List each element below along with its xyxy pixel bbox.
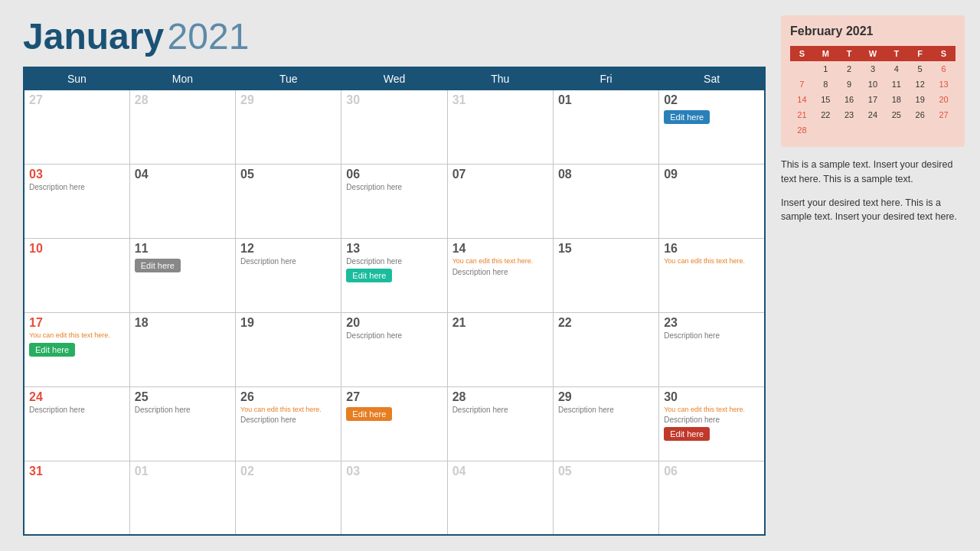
mini-cal-row: 14151617181920 xyxy=(790,92,956,107)
cell-description: Description here xyxy=(664,331,760,340)
mini-cal-day-header: F xyxy=(908,46,932,61)
calendar-cell: 19 xyxy=(236,312,341,386)
cell-description: Description here xyxy=(664,416,760,424)
mini-cal-row: 78910111213 xyxy=(790,77,956,92)
calendar-cell: 03Description here xyxy=(24,164,129,238)
mini-cal-cell: 8 xyxy=(814,77,838,92)
event-button[interactable]: Edit here xyxy=(346,407,392,421)
mini-cal-day-header: W xyxy=(861,46,885,61)
cell-number: 14 xyxy=(452,242,548,256)
cell-number: 16 xyxy=(664,242,760,256)
calendar-day-header: Wed xyxy=(341,67,447,90)
mini-cal-cell: 3 xyxy=(861,61,885,77)
cell-number: 05 xyxy=(240,168,336,181)
cell-number: 02 xyxy=(664,93,760,107)
cell-number: 29 xyxy=(240,93,336,107)
sidebar-text: This is a sample text. Insert your desir… xyxy=(781,158,965,224)
mini-cal-cell: 22 xyxy=(814,107,838,122)
cell-number: 30 xyxy=(346,93,442,107)
mini-cal-cell: 21 xyxy=(790,107,814,122)
calendar-cell: 13Description hereEdit here xyxy=(341,238,447,312)
mini-cal-cell: 12 xyxy=(908,77,932,92)
cell-description: Description here xyxy=(240,416,336,424)
mini-cal-cell: 28 xyxy=(790,122,814,138)
calendar-cell: 14You can edit this text here.Descriptio… xyxy=(447,238,553,312)
cell-description: Description here xyxy=(346,331,442,340)
calendar-cell: 04 xyxy=(447,461,553,535)
calendar-cell: 06 xyxy=(659,461,765,535)
cell-note: You can edit this text here. xyxy=(452,257,548,266)
cell-number: 25 xyxy=(135,390,230,404)
event-button[interactable]: Edit here xyxy=(664,110,710,124)
mini-cal-cell xyxy=(861,122,885,138)
calendar-cell: 12Description here xyxy=(236,238,341,312)
main-title: January 2021 xyxy=(23,15,766,57)
cell-number: 13 xyxy=(346,242,442,256)
mini-cal-cell: 7 xyxy=(790,77,814,92)
calendar-cell: 11Edit here xyxy=(129,238,235,312)
calendar-table: SunMonTueWedThuFriSat 27282930310102Edit… xyxy=(23,67,766,536)
mini-cal-cell: 23 xyxy=(838,107,861,122)
cell-number: 28 xyxy=(135,93,230,107)
mini-cal-cell: 20 xyxy=(932,92,956,107)
cell-number: 30 xyxy=(664,390,760,404)
mini-cal-cell: 10 xyxy=(861,77,885,92)
mini-cal-cell: 2 xyxy=(838,61,861,77)
cell-description: Description here xyxy=(558,406,654,414)
mini-cal-cell: 14 xyxy=(790,92,814,107)
calendar-cell: 22 xyxy=(553,312,658,386)
cell-description: Description here xyxy=(452,406,548,414)
mini-cal-day-header: S xyxy=(932,46,956,61)
calendar-cell: 20Description here xyxy=(341,312,447,386)
mini-calendar: SMTWTFS 12345678910111213141516171819202… xyxy=(790,46,956,138)
cell-description: Description here xyxy=(240,257,336,266)
mini-cal-cell: 9 xyxy=(838,77,861,92)
sidebar-paragraph-1: This is a sample text. Insert your desir… xyxy=(781,158,965,187)
calendar-row: 27282930310102Edit here xyxy=(24,90,765,165)
cell-number: 28 xyxy=(452,390,548,404)
mini-cal-title: February 2021 xyxy=(790,24,956,38)
mini-cal-cell: 18 xyxy=(884,92,908,107)
mini-cal-cell: 17 xyxy=(861,92,885,107)
calendar-cell: 06Description here xyxy=(341,164,447,238)
calendar-cell: 17You can edit this text here.Edit here xyxy=(24,312,129,386)
cell-number: 12 xyxy=(240,242,336,256)
mini-cal-cell: 5 xyxy=(908,61,932,77)
mini-cal-row: 123456 xyxy=(790,61,956,77)
calendar-cell: 31 xyxy=(447,90,553,165)
calendar-cell: 04 xyxy=(129,164,235,238)
cell-number: 24 xyxy=(29,390,125,404)
year-label: 2021 xyxy=(168,16,250,57)
mini-cal-cell: 16 xyxy=(838,92,861,107)
cell-number: 29 xyxy=(558,390,654,404)
main-area: January 2021 SunMonTueWedThuFriSat 27282… xyxy=(23,15,766,536)
calendar-row: 1011Edit here12Description here13Descrip… xyxy=(24,238,765,312)
calendar-cell: 27 xyxy=(24,90,129,165)
event-button[interactable]: Edit here xyxy=(135,259,181,272)
calendar-cell: 25Description here xyxy=(129,386,235,461)
cell-note: You can edit this text here. xyxy=(664,406,760,415)
calendar-cell: 23Description here xyxy=(659,312,765,386)
cell-number: 10 xyxy=(29,242,125,256)
calendar-row: 24Description here25Description here26Yo… xyxy=(24,386,765,461)
calendar-cell: 31 xyxy=(24,461,129,535)
mini-cal-cell: 15 xyxy=(814,92,838,107)
mini-cal-cell xyxy=(884,122,908,138)
cell-number: 18 xyxy=(135,316,230,330)
cell-note: You can edit this text here. xyxy=(29,331,125,341)
cell-number: 27 xyxy=(29,93,125,107)
cell-description: Description here xyxy=(346,257,442,266)
mini-cal-cell: 1 xyxy=(814,61,838,77)
calendar-day-header: Mon xyxy=(129,67,235,90)
event-button[interactable]: Edit here xyxy=(664,427,710,441)
mini-cal-cell xyxy=(932,122,956,138)
mini-cal-day-header: T xyxy=(838,46,861,61)
calendar-cell: 02Edit here xyxy=(659,90,765,165)
event-button[interactable]: Edit here xyxy=(346,269,392,282)
cell-number: 31 xyxy=(452,93,548,107)
calendar-day-header: Sat xyxy=(659,67,765,90)
cell-number: 17 xyxy=(29,316,125,330)
event-button[interactable]: Edit here xyxy=(29,343,75,357)
calendar-cell: 21 xyxy=(447,312,553,386)
sidebar-paragraph-2: Insert your desired text here. This is a… xyxy=(781,196,965,225)
